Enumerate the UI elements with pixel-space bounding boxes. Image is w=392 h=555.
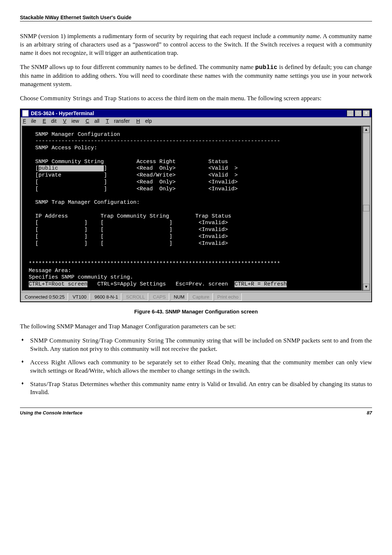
t-l13: IP Address Trap Community String Trap St… (25, 213, 231, 219)
t-l11: SNMP Trap Manager Configuration: (25, 199, 140, 206)
paragraph-4: The following SNMP Manager and Trap Mana… (20, 323, 372, 331)
scroll-thumb[interactable] (363, 205, 369, 211)
header-rule (20, 21, 372, 21)
menu-call[interactable]: Call (86, 118, 99, 124)
t-l6a: [ (25, 165, 38, 171)
maximize-button[interactable]: □ (355, 110, 362, 117)
t-l7: [private ] <Read/Write> <Valid > (25, 172, 238, 178)
b2-b: Allows each community to be separately s… (66, 359, 207, 366)
t-l6b: public (38, 165, 104, 171)
footer-rule (20, 408, 372, 408)
t-l8: [ ] <Read Only> <Invalid> (25, 179, 238, 185)
b2-a: Access Right (30, 359, 66, 366)
b3-f: . An entry can be disabled by changing i… (246, 381, 372, 388)
b2-e: Read/Write, (75, 367, 105, 374)
b3-b: Determines whether this community name e… (78, 381, 207, 388)
t-l15: [ ] [ ] <Invalid> (25, 227, 228, 233)
b2-f: which allows the member to change settin… (105, 367, 250, 374)
menu-help[interactable]: Help (136, 118, 152, 124)
footer-left: Using the Console Interface (20, 410, 82, 416)
p3-c: to access the third item on the main men… (140, 95, 322, 102)
scroll-up-icon[interactable]: ▲ (363, 126, 369, 133)
menubar: File Edit View Call Transfer Help (21, 117, 371, 125)
p3-b: Community Strings and Trap Stations (40, 95, 139, 102)
b3-g: Invalid (30, 389, 48, 396)
scroll-down-icon[interactable]: ▼ (363, 284, 369, 290)
t-l3: SNMP Access Policy: (25, 145, 97, 151)
t-l5: SNMP Community String Access Right Statu… (25, 159, 228, 165)
close-button[interactable]: × (363, 110, 370, 117)
t-l2: ----------------------------------------… (25, 138, 280, 144)
t-l21: Message Area: (25, 268, 71, 274)
menu-transfer[interactable]: Transfer (106, 118, 130, 124)
t-l17: [ ] [ ] <Invalid> (25, 240, 228, 247)
status-emulation: VT100 (69, 293, 90, 301)
status-echo: Print echo (214, 293, 242, 301)
bullet-3: Status/Trap Status Determines whether th… (20, 380, 372, 397)
t-l16: [ ] [ ] <Invalid> (25, 234, 228, 240)
footer-page: 87 (367, 410, 372, 416)
t-l20: ****************************************… (25, 261, 280, 267)
b3-c: Valid (207, 381, 220, 388)
paragraph-1: SNMP (version 1) implements a rudimentar… (20, 32, 372, 57)
scrollbar[interactable]: ▲ ▼ (362, 126, 370, 291)
status-caps: CAPS (150, 293, 169, 301)
t-l14: [ ] [ ] <Invalid> (25, 220, 228, 226)
p2-a: The SNMP allows up to four different com… (20, 64, 255, 70)
menu-edit[interactable]: Edit (42, 118, 56, 124)
b3-d: or (220, 381, 228, 388)
window-title: DES-3624 - HyperTerminal (31, 110, 94, 116)
footer: Using the Console Interface 87 (20, 410, 372, 416)
hyperterminal-window: DES-3624 - HyperTerminal _ □ × File Edit… (20, 109, 372, 302)
t-l1: SNMP Manager Configuration (25, 131, 120, 138)
window-buttons: _ □ × (347, 110, 370, 117)
bullet-1: SNMP Community String/Trap Community Str… (20, 337, 372, 353)
figure-caption: Figure 6-43. SNMP Manager Configuration … (20, 309, 372, 315)
status-port: 9600 8-N-1 (91, 293, 121, 301)
minimize-button[interactable]: _ (347, 110, 354, 117)
bullet-list: SNMP Community String/Trap Community Str… (20, 337, 372, 397)
b3-h: . (48, 389, 49, 396)
status-capture: Capture (189, 293, 212, 301)
t-l6c: ] <Read Only> <Valid > (104, 165, 238, 171)
p1-a: SNMP (version 1) implements a rudimentar… (20, 33, 278, 40)
app-icon (22, 110, 29, 117)
t-l23a (25, 281, 29, 287)
terminal[interactable]: SNMP Manager Configuration -------------… (22, 126, 362, 291)
t-l23b: CTRL+T=Root screen (29, 281, 87, 287)
t-l22: Specifies SNMP community string. (25, 274, 133, 280)
statusbar: Connected 0:50:25 VT100 9600 8-N-1 SCROL… (21, 292, 371, 301)
b2-c: Read Only, (207, 359, 236, 366)
titlebar: DES-3624 - HyperTerminal _ □ × (21, 109, 371, 117)
b1-a: SNMP Community String/Trap Community Str… (30, 337, 164, 344)
p2-b: public (255, 64, 277, 71)
t-l9: [ ] <Read Only> <Invalid> (25, 186, 238, 192)
b3-e: Invalid (228, 381, 246, 388)
t-l23c: CTRL+S=Apply Settings Esc=Prev. screen (87, 281, 234, 287)
guide-title: Stackable NWay Ethernet Switch User's Gu… (20, 15, 372, 20)
menu-view[interactable]: View (63, 118, 79, 124)
t-l23d: CTRL+R = Refresh (234, 281, 287, 287)
menu-file[interactable]: File (23, 118, 36, 124)
terminal-wrap: SNMP Manager Configuration -------------… (21, 125, 371, 292)
bullet-2: Access Right Allows each community to be… (20, 358, 372, 375)
paragraph-3: Choose Community Strings and Trap Statio… (20, 94, 372, 103)
b3-a: Status/Trap Status (30, 381, 78, 388)
paragraph-2: The SNMP allows up to four different com… (20, 63, 372, 89)
p1-b: community name (278, 33, 320, 40)
status-connected: Connected 0:50:25 (21, 293, 68, 301)
status-num: NUM (171, 293, 188, 301)
status-scroll: SCROLL (123, 293, 148, 301)
p3-a: Choose (20, 95, 40, 102)
